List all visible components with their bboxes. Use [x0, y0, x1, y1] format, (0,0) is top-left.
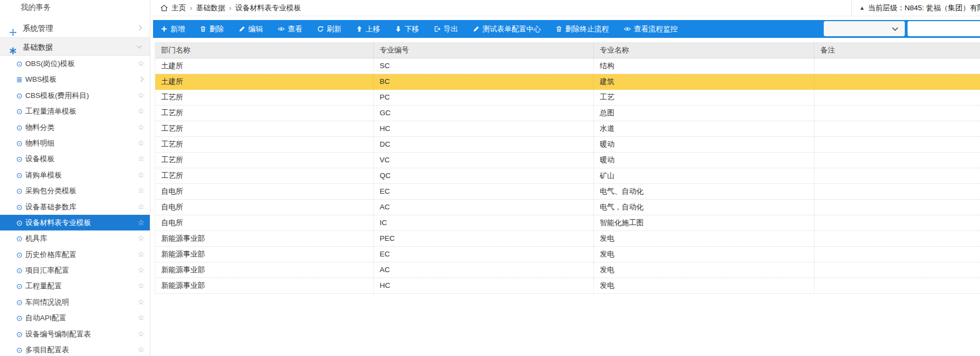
sidebar-item[interactable]: ⊙物料分类☆ [0, 120, 150, 135]
table-cell: 暖动 [594, 153, 815, 168]
table-row[interactable]: 工艺所GC总图 [155, 106, 980, 121]
toolbar-button-测试表单配置中心[interactable]: 测试表单配置中心 [473, 24, 541, 34]
toolbar-button-上移[interactable]: 上移 [356, 24, 380, 34]
star-icon[interactable]: ☆ [137, 278, 144, 294]
chevron-right-icon[interactable] [137, 25, 142, 30]
toolbar-button-label: 删除 [209, 24, 224, 34]
star-icon[interactable]: ☆ [137, 310, 144, 326]
star-icon[interactable]: ☆ [137, 230, 144, 246]
sidebar-item[interactable]: ⊙物料明细☆ [0, 135, 150, 151]
sidebar-item[interactable]: ⊙多项目配置表☆ [0, 342, 150, 356]
star-icon[interactable]: ☆ [137, 103, 144, 119]
sidebar-item-label: 多项目配置表 [25, 346, 69, 354]
table-row[interactable]: 自电所AC电气，自动化 [155, 200, 980, 215]
chevron-down-icon[interactable] [137, 43, 142, 49]
sidebar-item[interactable]: ⊙工程量清单模板☆ [0, 103, 150, 119]
star-icon[interactable]: ☆ [137, 247, 144, 262]
table-column-header[interactable]: 部门名称 [155, 42, 374, 58]
star-icon[interactable]: ☆ [137, 183, 144, 199]
sidebar-item[interactable]: ⊙设备基础参数库☆ [0, 199, 150, 215]
star-icon[interactable]: ☆ [137, 262, 144, 278]
table-cell [815, 200, 980, 215]
sidebar-item[interactable]: ⊙设备材料表专业模板☆ [0, 215, 150, 230]
sidebar-group-system-admin[interactable]: 系统管理 [0, 19, 150, 37]
table-row[interactable]: 工艺所HC水道 [155, 121, 980, 137]
table-row[interactable]: 土建所SC结构 [155, 58, 980, 74]
toolbar-button-查看[interactable]: 查看 [277, 24, 302, 34]
breadcrumb-bar: 主页›基础数据›设备材料表专业模板 ▲ 当前层级：N845: 瓮福（集团）有限 [150, 0, 980, 16]
toolbar-button-查看流程监控[interactable]: 查看流程监控 [624, 24, 678, 34]
sidebar-item-label: 机具库 [25, 234, 48, 242]
sidebar-item-label: 历史价格库配置 [25, 250, 77, 259]
table-column-header[interactable]: 专业名称 [594, 42, 815, 58]
star-icon[interactable]: ☆ [137, 167, 144, 183]
sidebar-item[interactable]: ⊙自动API配置☆ [0, 310, 150, 326]
radio-icon: ⊙ [16, 298, 23, 307]
sidebar-group-base-data[interactable]: 基础数据 [0, 37, 150, 56]
sidebar-item[interactable]: ⊙工程量配置☆ [0, 278, 150, 294]
list-icon: ≣ [16, 75, 23, 84]
table-cell: 自电所 [155, 184, 374, 199]
sidebar-item[interactable]: ⊙采购包分类模板☆ [0, 183, 150, 199]
star-icon[interactable]: ☆ [137, 215, 144, 230]
star-icon[interactable]: ☆ [137, 88, 144, 103]
table-row[interactable]: 新能源事业部AC发电 [155, 262, 980, 278]
toolbar-button-下移[interactable]: 下移 [395, 24, 419, 34]
star-icon[interactable]: ☆ [137, 294, 144, 310]
star-icon[interactable]: ☆ [137, 135, 144, 151]
table-cell: AC [374, 200, 594, 215]
table-row[interactable]: 新能源事业部PEC发电 [155, 231, 980, 247]
table-cell [815, 168, 980, 183]
sidebar-item-label: 工程量清单模板 [25, 107, 77, 115]
table-row[interactable]: 工艺所VC暖动 [155, 153, 980, 168]
sidebar-item[interactable]: ⊙请购单模板☆ [0, 167, 150, 183]
star-icon[interactable]: ☆ [137, 326, 144, 342]
star-icon[interactable]: ☆ [137, 56, 144, 71]
table-row[interactable]: 自电所EC电气、自动化 [155, 184, 980, 200]
table-row[interactable]: 工艺所PC工艺 [155, 90, 980, 106]
sidebar-item[interactable]: ⊙设备编号编制配置表☆ [0, 326, 150, 342]
sidebar-item[interactable]: ⊙OBS(岗位)模板☆ [0, 56, 150, 71]
star-icon[interactable]: ☆ [137, 120, 144, 135]
sidebar-item[interactable]: ≣WBS模板 [0, 71, 150, 87]
toolbar-button-导出[interactable]: 导出 [434, 24, 458, 34]
table-cell [815, 106, 980, 121]
table-cell [815, 278, 980, 293]
table-column-header[interactable]: 专业编号 [374, 42, 594, 58]
star-icon[interactable]: ☆ [137, 199, 144, 215]
star-icon[interactable]: ☆ [137, 342, 144, 356]
home-icon[interactable] [160, 4, 168, 12]
toolbar-select[interactable] [824, 21, 905, 36]
table-row[interactable]: 土建所BC建筑 [155, 74, 980, 90]
toolbar-button-编辑[interactable]: 编辑 [239, 24, 263, 34]
toolbar-button-删除[interactable]: 删除 [200, 24, 224, 34]
breadcrumb-item[interactable]: 主页 [171, 4, 186, 12]
table-row[interactable]: 工艺所DC暖动 [155, 137, 980, 153]
table-column-header[interactable]: 备注 [815, 42, 980, 58]
table-cell: 新能源事业部 [155, 278, 374, 293]
toolbar-button-刷新[interactable]: 刷新 [317, 24, 341, 34]
sidebar-item[interactable]: ⊙机具库☆ [0, 230, 150, 246]
toolbar-button-删除终止流程[interactable]: 删除终止流程 [555, 24, 609, 34]
sidebar-item[interactable]: ⊙CBS模板(费用科目)☆ [0, 88, 150, 103]
table-cell: IC [374, 215, 594, 230]
breadcrumb-item[interactable]: 设备材料表专业模板 [235, 4, 301, 12]
star-icon[interactable]: ☆ [137, 151, 144, 167]
table-cell: 矿山 [594, 168, 815, 183]
sidebar-section-my-affairs[interactable]: 我的事务 [0, 0, 150, 15]
sidebar-item[interactable]: ⊙车间情况说明☆ [0, 294, 150, 310]
toolbar-search-input[interactable] [908, 21, 980, 36]
sidebar-item[interactable]: ⊙历史价格库配置☆ [0, 247, 150, 262]
sidebar-item-label: 设备模板 [25, 155, 55, 163]
table-cell [815, 215, 980, 230]
sidebar-item[interactable]: ⊙项目汇率配置☆ [0, 262, 150, 278]
table-row[interactable]: 新能源事业部HC发电 [155, 278, 980, 294]
table-row[interactable]: 工艺所QC矿山 [155, 168, 980, 184]
table-row[interactable]: 自电所IC智能化施工图 [155, 215, 980, 231]
chevron-right-icon[interactable] [138, 76, 144, 82]
toolbar-button-新增[interactable]: 新增 [161, 24, 185, 34]
table-row[interactable]: 新能源事业部EC发电 [155, 247, 980, 262]
sidebar-item[interactable]: ⊙设备模板☆ [0, 151, 150, 167]
sidebar-item-label: 物料分类 [25, 123, 55, 131]
breadcrumb-item[interactable]: 基础数据 [196, 4, 226, 12]
